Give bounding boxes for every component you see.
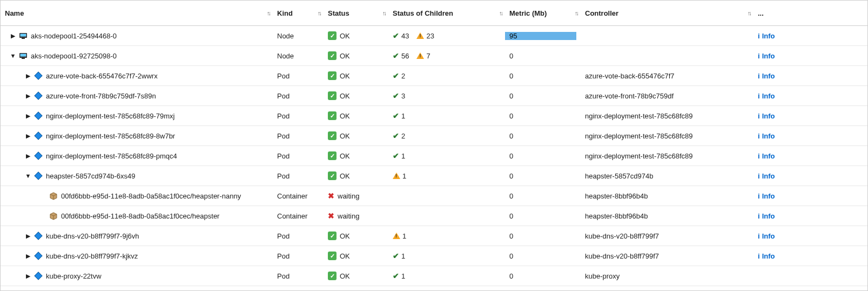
table-row[interactable]: ▶aks-nodepool1-25494468-0Node✓OK✔432395i… xyxy=(1,26,867,46)
kind-text: Pod xyxy=(277,232,290,240)
info-link[interactable]: iInfo xyxy=(758,132,775,140)
table-row[interactable]: ▶nginx-deployment-test-785c68fc89-8w7brP… xyxy=(1,126,867,146)
info-label: Info xyxy=(762,152,775,160)
controller-text: nginx-deployment-test-785c68fc89 xyxy=(585,152,692,160)
check-ok-icon: ✔ xyxy=(393,111,399,120)
cell-status: ✖waiting xyxy=(324,211,388,220)
table-row[interactable]: ▶nginx-deployment-test-785c68fc89-pmqc4P… xyxy=(1,146,867,166)
caret-right-icon[interactable]: ▶ xyxy=(24,72,32,80)
children-ok-count: 1 xyxy=(401,112,405,120)
table-row[interactable]: ▶nginx-deployment-test-785c68fc89-79mxjP… xyxy=(1,106,867,126)
info-link[interactable]: iInfo xyxy=(758,52,775,60)
sort-icon[interactable]: ↑↓ xyxy=(267,10,270,16)
node-icon xyxy=(19,51,28,60)
controller-text: azure-vote-front-78b9c759df xyxy=(585,92,674,100)
info-link[interactable]: iInfo xyxy=(758,112,775,120)
caret-down-icon[interactable]: ▼ xyxy=(24,173,32,179)
check-ok-icon: ✔ xyxy=(393,272,399,280)
cell-metric[interactable]: 0 xyxy=(505,72,581,80)
cell-status: ✓OK xyxy=(324,272,388,280)
resource-grid[interactable]: Name ↑↓ Kind ↑↓ Status ↑↓ Status of Chil… xyxy=(1,1,867,290)
cell-metric[interactable]: 0 xyxy=(505,272,581,280)
col-header-children[interactable]: Status of Children ↑↓ xyxy=(388,9,505,17)
kind-text: Container xyxy=(277,192,307,200)
cell-metric[interactable]: 0 xyxy=(505,152,581,160)
col-header-actions[interactable]: ... xyxy=(753,9,867,17)
cell-metric[interactable]: 0 xyxy=(505,192,581,200)
table-row[interactable]: ▼heapster-5857cd974b-6xs49Pod✓OK10heapst… xyxy=(1,166,867,186)
table-row[interactable]: ▶kube-dns-v20-b8ff799f7-9j6vhPod✓OK10kub… xyxy=(1,226,867,246)
sort-icon[interactable]: ↑↓ xyxy=(318,10,320,16)
cell-name: ▶kube-dns-v20-b8ff799f7-kjkvz xyxy=(1,252,273,260)
info-link[interactable]: iInfo xyxy=(758,192,775,200)
cell-status: ✓OK xyxy=(324,51,388,60)
cell-metric[interactable]: 0 xyxy=(505,232,581,240)
info-icon: i xyxy=(758,132,760,140)
cell-controller: heapster-8bbf96b4b xyxy=(581,212,753,220)
cell-kind: Node xyxy=(273,52,324,60)
info-link[interactable]: iInfo xyxy=(758,32,775,40)
info-link[interactable]: iInfo xyxy=(758,172,775,180)
cell-metric[interactable]: 0 xyxy=(505,92,581,100)
info-link[interactable]: iInfo xyxy=(758,212,775,220)
children-ok-count: 43 xyxy=(401,32,409,40)
table-row[interactable]: ▼aks-nodepool1-92725098-0Node✓OK✔5670iIn… xyxy=(1,46,867,66)
sort-icon[interactable]: ↑↓ xyxy=(748,10,750,16)
info-link[interactable]: iInfo xyxy=(758,252,775,260)
caret-right-icon[interactable]: ▶ xyxy=(9,32,17,39)
info-link[interactable]: iInfo xyxy=(758,152,775,160)
caret-right-icon[interactable]: ▶ xyxy=(24,233,32,240)
cell-metric[interactable]: 0 xyxy=(505,132,581,140)
cell-kind: Pod xyxy=(273,232,324,240)
table-row[interactable]: 00fd6bbb-e95d-11e8-8adb-0a58ac1f0cec/hea… xyxy=(1,206,867,226)
table-row[interactable]: 00fd6bbb-e95d-11e8-8adb-0a58ac1f0cec/hea… xyxy=(1,186,867,206)
cell-metric[interactable]: 0 xyxy=(505,52,581,60)
info-link[interactable]: iInfo xyxy=(758,72,775,80)
resource-name: aks-nodepool1-92725098-0 xyxy=(31,52,117,60)
table-row[interactable]: ▶azure-vote-front-78b9c759df-7s89nPod✓OK… xyxy=(1,86,867,106)
pod-icon xyxy=(34,252,43,260)
cell-metric[interactable]: 95 xyxy=(505,32,581,40)
kind-text: Pod xyxy=(277,272,290,280)
col-header-metric[interactable]: Metric (Mb) ↑↓ xyxy=(505,9,581,17)
cell-children-status: ✔1 xyxy=(388,252,505,260)
caret-right-icon[interactable]: ▶ xyxy=(24,153,32,160)
cell-actions: iInfo xyxy=(753,192,867,200)
table-row[interactable]: ▶kube-dns-v20-b8ff799f7-kjkvzPod✓OK✔10ku… xyxy=(1,246,867,266)
sort-icon[interactable]: ↑↓ xyxy=(575,10,577,16)
caret-right-icon[interactable]: ▶ xyxy=(24,113,32,120)
col-header-kind[interactable]: Kind ↑↓ xyxy=(273,9,324,17)
cell-metric[interactable]: 0 xyxy=(505,172,581,180)
table-row[interactable]: ▶kube-proxy-22tvwPod✓OK✔10kube-proxy xyxy=(1,266,867,286)
col-header-status[interactable]: Status ↑↓ xyxy=(324,9,388,17)
caret-right-icon[interactable]: ▶ xyxy=(24,253,32,260)
check-ok-icon: ✔ xyxy=(393,131,399,140)
caret-down-icon[interactable]: ▼ xyxy=(9,52,17,59)
metric-value: 0 xyxy=(509,232,513,240)
cell-kind: Pod xyxy=(273,132,324,140)
table-row[interactable]: ▶azure-vote-back-655476c7f7-2wwrxPod✓OK✔… xyxy=(1,66,867,86)
cell-metric[interactable]: 0 xyxy=(505,112,581,120)
resource-grid-frame: Name ↑↓ Kind ↑↓ Status ↑↓ Status of Chil… xyxy=(0,0,868,291)
cell-controller: nginx-deployment-test-785c68fc89 xyxy=(581,112,753,120)
info-label: Info xyxy=(762,132,775,140)
cell-controller: kube-dns-v20-b8ff799f7 xyxy=(581,232,753,240)
status-text: waiting xyxy=(338,212,359,220)
status-text: OK xyxy=(340,92,350,100)
info-link[interactable]: iInfo xyxy=(758,92,775,100)
info-link[interactable]: iInfo xyxy=(758,232,775,240)
controller-text: azure-vote-back-655476c7f7 xyxy=(585,72,675,80)
caret-right-icon[interactable]: ▶ xyxy=(24,92,32,100)
sort-icon[interactable]: ↑↓ xyxy=(499,10,502,16)
cell-metric[interactable]: 0 xyxy=(505,212,581,220)
cell-actions: iInfo xyxy=(753,72,867,80)
cell-controller: nginx-deployment-test-785c68fc89 xyxy=(581,132,753,140)
kind-text: Pod xyxy=(277,132,290,140)
col-header-name[interactable]: Name ↑↓ xyxy=(1,9,273,17)
col-header-controller[interactable]: Controller ↑↓ xyxy=(581,9,753,17)
caret-right-icon[interactable]: ▶ xyxy=(24,133,32,140)
kind-text: Pod xyxy=(277,92,290,100)
sort-icon[interactable]: ↑↓ xyxy=(382,10,385,16)
cell-metric[interactable]: 0 xyxy=(505,252,581,260)
caret-right-icon[interactable]: ▶ xyxy=(24,273,32,280)
